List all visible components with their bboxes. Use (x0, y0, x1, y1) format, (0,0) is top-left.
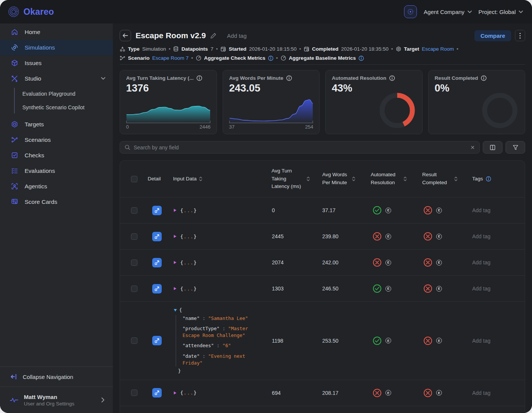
back-button[interactable] (120, 30, 131, 41)
row-checkbox[interactable] (131, 337, 137, 344)
info-icon[interactable] (359, 56, 364, 61)
result-completed-status-icon[interactable] (424, 284, 432, 293)
sort-icon[interactable] (352, 177, 355, 181)
sidebar-item-agentics[interactable]: Agentics (0, 179, 113, 194)
sort-icon[interactable] (307, 177, 310, 181)
add-tag-cell[interactable]: Add tag (468, 338, 525, 344)
info-icon[interactable] (486, 176, 491, 182)
explanation-icon[interactable]: E (436, 338, 442, 343)
row-checkbox[interactable] (131, 233, 137, 240)
add-tag-cell[interactable]: Add tag (468, 286, 525, 292)
detail-button[interactable] (152, 336, 162, 345)
column-header-input-data[interactable]: Input Data (173, 175, 197, 183)
info-icon[interactable] (197, 75, 202, 81)
expand-row-icon[interactable] (174, 209, 176, 212)
row-checkbox[interactable] (131, 207, 137, 214)
input-data-preview[interactable]: {...} (180, 260, 197, 266)
row-checkbox[interactable] (131, 259, 137, 266)
clear-search-icon[interactable]: ✕ (470, 145, 475, 150)
expand-row-icon[interactable] (174, 391, 176, 394)
sidebar-item-score-cards[interactable]: Score Cards (0, 194, 113, 210)
explanation-icon[interactable]: E (436, 390, 442, 396)
column-header-automated-resolution[interactable]: Automated Resolution (371, 171, 401, 187)
add-tag-cell[interactable]: Add tag (468, 233, 525, 239)
collapse-navigation-button[interactable]: Collapse Navigation (0, 367, 113, 387)
sidebar-item-checks[interactable]: Checks (0, 148, 113, 163)
kebab-menu-button[interactable] (515, 30, 525, 41)
input-data-preview[interactable]: {...} (180, 234, 197, 239)
result-completed-status-icon[interactable] (424, 389, 432, 397)
automated-resolution-status-icon[interactable] (373, 206, 381, 214)
sort-icon[interactable] (199, 177, 202, 181)
expand-row-icon[interactable] (174, 261, 176, 264)
info-icon[interactable] (286, 75, 292, 81)
expand-row-icon[interactable] (174, 235, 176, 238)
target-link[interactable]: Escape Room (422, 46, 454, 52)
project-switcher[interactable]: Project: Global (479, 9, 523, 15)
add-tag-cell[interactable]: Add tag (468, 207, 525, 213)
explanation-icon[interactable]: E (436, 208, 442, 213)
sidebar-item-evaluations[interactable]: Evaluations (0, 163, 113, 179)
okareo-logo[interactable]: Okareo (8, 6, 54, 18)
edit-title-icon[interactable] (210, 33, 217, 39)
sidebar-item-issues[interactable]: Issues (0, 55, 113, 71)
sidebar-item-simulations[interactable]: Simulations (0, 40, 113, 55)
columns-button[interactable] (483, 141, 502, 154)
input-data-preview[interactable]: {...} (180, 390, 197, 396)
sidebar-item-home[interactable]: Home (0, 24, 113, 40)
collapse-row-icon[interactable] (174, 309, 177, 312)
result-completed-status-icon[interactable] (424, 206, 432, 214)
input-data-preview[interactable]: {...} (180, 208, 197, 213)
row-checkbox[interactable] (131, 286, 137, 292)
add-tag-cell[interactable]: Add tag (468, 259, 525, 266)
sidebar-item-targets[interactable]: Targets (0, 116, 113, 132)
row-checkbox[interactable] (131, 390, 137, 396)
input-data-preview[interactable]: {...} (180, 286, 197, 292)
result-completed-status-icon[interactable] (424, 232, 432, 241)
result-completed-status-icon[interactable] (424, 258, 432, 267)
sidebar-item-evaluation-playground[interactable]: Evaluation Playground (0, 87, 113, 101)
filter-button[interactable] (505, 141, 525, 154)
column-header-result-completed[interactable]: Result Completed (422, 171, 452, 187)
expand-row-icon[interactable] (174, 287, 176, 290)
automated-resolution-status-icon[interactable] (373, 284, 381, 293)
scenario-link[interactable]: Escape Room 7 (152, 55, 189, 61)
detail-button[interactable] (152, 206, 162, 215)
detail-button[interactable] (152, 258, 162, 267)
search-input[interactable] (134, 144, 467, 151)
explanation-icon[interactable]: E (436, 286, 442, 292)
explanation-icon[interactable]: E (385, 260, 391, 266)
org-avatar[interactable] (404, 5, 417, 18)
info-icon[interactable] (389, 75, 395, 81)
select-all-checkbox[interactable] (131, 176, 137, 182)
add-tag-button[interactable]: Add tag (227, 33, 247, 39)
sort-icon[interactable] (454, 177, 457, 181)
explanation-icon[interactable]: E (436, 234, 442, 239)
detail-button[interactable] (152, 232, 162, 241)
automated-resolution-status-icon[interactable] (373, 258, 381, 267)
compare-button[interactable]: Compare (474, 30, 511, 41)
explanation-icon[interactable]: E (385, 390, 391, 396)
add-tag-cell[interactable]: Add tag (468, 390, 525, 396)
automated-resolution-status-icon[interactable] (373, 389, 381, 397)
result-completed-status-icon[interactable] (424, 337, 432, 345)
explanation-icon[interactable]: E (385, 208, 391, 213)
explanation-icon[interactable]: E (385, 286, 391, 292)
column-header-wpm[interactable]: Avg Words Per Minute (322, 171, 349, 187)
column-header-latency[interactable]: Avg Turn Taking Latency (ms) (271, 167, 304, 191)
sidebar-item-scenarios[interactable]: Scenarios (0, 132, 113, 148)
automated-resolution-status-icon[interactable] (373, 337, 381, 345)
detail-button[interactable] (152, 284, 162, 293)
explanation-icon[interactable]: E (436, 260, 442, 266)
explanation-icon[interactable]: E (385, 338, 391, 343)
automated-resolution-status-icon[interactable] (373, 232, 381, 241)
user-settings-row[interactable]: Matt Wyman User and Org Settings (0, 387, 113, 413)
info-icon[interactable] (481, 75, 487, 81)
sidebar-item-synthetic-scenario-copilot[interactable]: Synthetic Scenario Copilot (0, 101, 113, 114)
sidebar-item-studio[interactable]: Studio (0, 71, 113, 86)
info-icon[interactable] (268, 56, 273, 61)
sort-icon[interactable] (404, 177, 407, 181)
explanation-icon[interactable]: E (385, 234, 391, 239)
org-switcher[interactable]: Agent Company (424, 9, 472, 15)
detail-button[interactable] (152, 388, 162, 397)
